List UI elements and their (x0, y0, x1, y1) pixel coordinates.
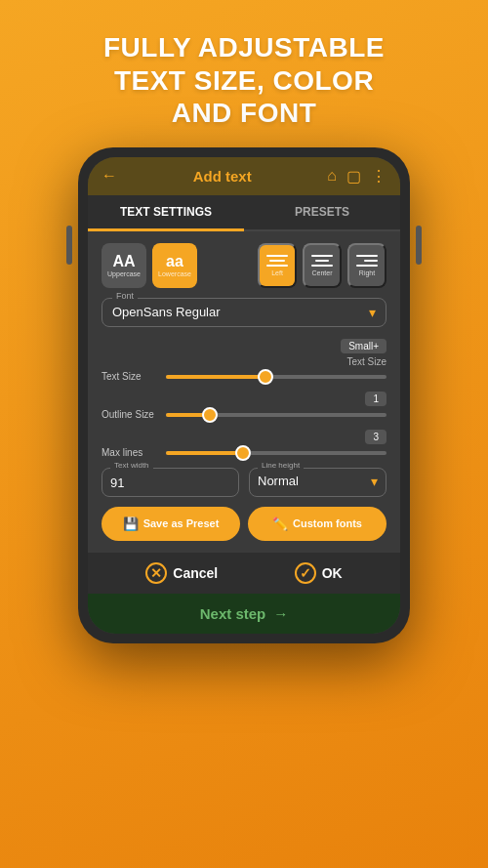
text-width-value: 91 (110, 475, 124, 490)
cancel-ok-bar: ✕ Cancel ✓ OK (88, 553, 400, 594)
lowercase-button[interactable]: aa Lowercase (152, 243, 197, 288)
font-legend: Font (112, 291, 138, 301)
case-buttons: AA Uppercase aa Lowercase (102, 243, 197, 288)
max-lines-track[interactable] (166, 451, 386, 455)
line-height-legend: Line height (258, 461, 304, 470)
line-height-input[interactable]: Line height Normal ▾ (249, 468, 386, 497)
home-icon[interactable]: ⌂ (327, 167, 337, 185)
back-button[interactable]: ← (102, 167, 117, 185)
custom-fonts-button[interactable]: ✏️ Custom fonts (248, 507, 386, 541)
align-center-button[interactable]: Center (303, 243, 342, 288)
ok-button[interactable]: ✓ OK (295, 562, 343, 584)
case-align-row: AA Uppercase aa Lowercase (102, 243, 386, 288)
main-panel: AA Uppercase aa Lowercase (88, 231, 400, 553)
phone-screen: ← Add text ⌂ ▢ ⋮ TEXT SETTINGS PRESETS (88, 157, 400, 634)
line-height-value: Normal (258, 474, 299, 488)
outline-size-track[interactable] (166, 413, 386, 417)
outline-size-slider: 1 Outline Size (102, 392, 386, 420)
outline-size-label: Outline Size (102, 409, 160, 420)
outline-size-bubble: 1 (365, 392, 386, 406)
text-size-slider: Small+ Text Size Text Size (102, 339, 386, 382)
tab-text-settings[interactable]: TEXT SETTINGS (88, 195, 244, 231)
hero-text: FULLY ADJUSTABLE TEXT SIZE, COLOR AND FO… (84, 31, 404, 130)
next-step-text: Next step (200, 605, 266, 622)
tabs-bar: TEXT SETTINGS PRESETS (88, 195, 400, 231)
next-step-icon: → (273, 605, 288, 622)
ok-icon: ✓ (295, 562, 316, 584)
align-center-lines (311, 255, 333, 267)
top-bar-title: Add text (193, 168, 252, 185)
phone-side-right (416, 226, 422, 265)
ok-label: OK (322, 565, 343, 581)
text-size-label-left: Text Size (102, 371, 160, 382)
top-bar-icons: ⌂ ▢ ⋮ (327, 167, 386, 186)
align-left-button[interactable]: Left (258, 243, 297, 288)
max-lines-bubble: 3 (365, 430, 386, 444)
save-preset-icon: 💾 (123, 517, 139, 531)
next-step-bar[interactable]: Next step → (88, 594, 400, 634)
tab-presets[interactable]: PRESETS (244, 195, 400, 229)
top-bar: ← Add text ⌂ ▢ ⋮ (88, 157, 400, 195)
font-dropdown-arrow[interactable]: ▾ (369, 305, 376, 320)
text-width-input[interactable]: Text width 91 (102, 468, 239, 497)
align-right-lines (356, 255, 378, 267)
align-right-button[interactable]: Right (347, 243, 386, 288)
action-buttons-row: 💾 Save as Preset ✏️ Custom fonts (102, 507, 386, 541)
custom-fonts-icon: ✏️ (272, 517, 288, 531)
font-name: OpenSans Regular (112, 305, 221, 319)
text-size-track[interactable] (166, 375, 386, 379)
font-selector[interactable]: Font OpenSans Regular ▾ (102, 298, 386, 327)
text-width-legend: Text width (110, 461, 153, 470)
layers-icon[interactable]: ▢ (346, 167, 361, 186)
more-icon[interactable]: ⋮ (371, 167, 386, 186)
max-lines-label: Max lines (102, 447, 160, 458)
phone-wrapper: ← Add text ⌂ ▢ ⋮ TEXT SETTINGS PRESETS (78, 147, 410, 643)
bottom-inputs-row: Text width 91 Line height Normal ▾ (102, 468, 386, 497)
align-buttons: Left Center (258, 243, 386, 288)
cancel-icon: ✕ (145, 562, 167, 584)
uppercase-button[interactable]: AA Uppercase (102, 243, 146, 288)
save-preset-button[interactable]: 💾 Save as Preset (102, 507, 240, 541)
align-left-lines (266, 255, 288, 267)
text-size-bubble: Small+ (341, 339, 386, 353)
cancel-label: Cancel (173, 565, 218, 581)
line-height-arrow[interactable]: ▾ (371, 474, 378, 489)
max-lines-slider: 3 Max lines (102, 430, 386, 458)
phone-side-left (66, 226, 72, 265)
cancel-button[interactable]: ✕ Cancel (145, 562, 218, 584)
text-size-label: Text Size (102, 356, 386, 367)
